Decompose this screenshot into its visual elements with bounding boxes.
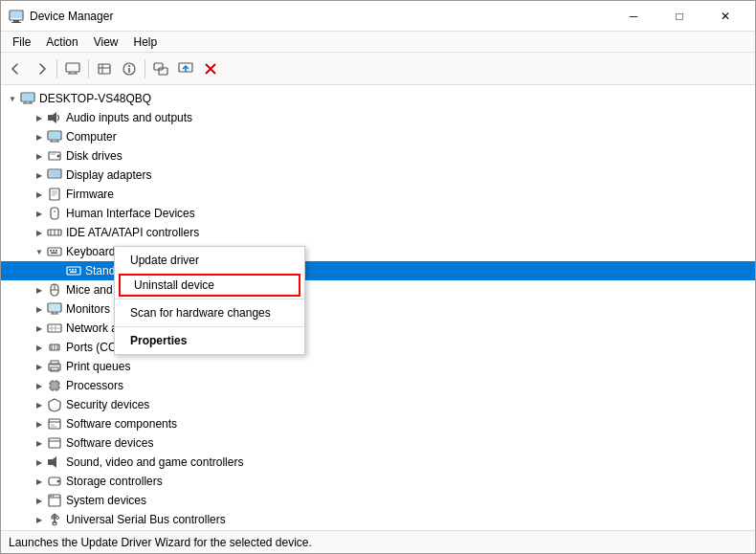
properties-button[interactable] xyxy=(118,57,141,80)
ctx-uninstall-device[interactable]: Uninstall device xyxy=(119,274,300,297)
monitors-expander[interactable]: ▶ xyxy=(32,301,47,317)
svg-rect-55 xyxy=(67,267,80,275)
svg-rect-3 xyxy=(11,11,22,18)
tree-item-security[interactable]: ▶ Security devices xyxy=(1,395,755,414)
menu-file[interactable]: File xyxy=(5,33,38,51)
svg-rect-80 xyxy=(52,383,57,388)
status-text: Launches the Update Driver Wizard for th… xyxy=(9,536,312,549)
ide-label: IDE ATA/ATAPI controllers xyxy=(66,226,199,239)
scan-button[interactable] xyxy=(149,57,172,80)
ide-expander[interactable]: ▶ xyxy=(32,225,47,240)
root-label: DESKTOP-VS48QBQ xyxy=(39,92,151,105)
svg-rect-64 xyxy=(49,304,60,311)
tree-item-print[interactable]: ▶ Print queues xyxy=(1,357,755,376)
svg-rect-57 xyxy=(72,269,74,271)
toolbar xyxy=(1,53,755,85)
tree-item-audio[interactable]: ▶ Audio inputs and outputs xyxy=(1,108,755,127)
computer-expander[interactable]: ▶ xyxy=(32,129,47,144)
svg-rect-8 xyxy=(99,64,110,74)
toolbar-sep-2 xyxy=(88,59,89,78)
content-area: ▼ DESKTOP-VS48QBQ ▶ xyxy=(1,85,755,530)
software-comp-expander[interactable]: ▶ xyxy=(32,416,47,432)
window-title: Device Manager xyxy=(30,10,611,23)
tree-item-disk[interactable]: ▶ Disk drives xyxy=(1,146,755,166)
svg-point-32 xyxy=(57,155,60,158)
tree-item-computer[interactable]: ▶ Computer xyxy=(1,127,755,146)
software-dev-expander[interactable]: ▶ xyxy=(32,435,47,451)
print-expander[interactable]: ▶ xyxy=(32,359,47,374)
system-label: System devices xyxy=(66,494,146,507)
menu-help[interactable]: Help xyxy=(126,33,166,51)
minimize-button[interactable]: ─ xyxy=(611,1,656,32)
main-window: Device Manager ─ □ ✕ File Action View He… xyxy=(0,0,756,554)
svg-point-104 xyxy=(56,517,59,520)
print-label: Print queues xyxy=(66,360,130,373)
ctx-update-driver[interactable]: Update driver xyxy=(115,249,304,272)
ports-expander[interactable]: ▶ xyxy=(32,340,47,355)
security-icon xyxy=(47,397,62,412)
uninstall-button[interactable] xyxy=(199,57,222,80)
tree-item-firmware[interactable]: ▶ Firmware xyxy=(1,185,755,204)
svg-rect-58 xyxy=(75,269,77,271)
tree-root[interactable]: ▼ DESKTOP-VS48QBQ xyxy=(1,89,755,108)
keyboards-icon xyxy=(47,244,62,259)
print-icon xyxy=(47,359,62,374)
storage-label: Storage controllers xyxy=(66,475,163,488)
svg-rect-56 xyxy=(69,269,71,271)
keyboards-expander[interactable]: ▼ xyxy=(32,244,47,259)
tree-item-ide[interactable]: ▶ IDE ATA/ATAPI controllers xyxy=(1,223,755,242)
keyboards-label: Keyboards xyxy=(66,245,121,258)
tree-item-software-comp[interactable]: ▶ Software components xyxy=(1,414,755,433)
menu-action[interactable]: Action xyxy=(38,33,85,51)
update-driver-button[interactable] xyxy=(174,57,197,80)
svg-point-100 xyxy=(50,496,52,498)
disk-expander[interactable]: ▶ xyxy=(32,148,47,164)
back-button[interactable] xyxy=(5,57,28,80)
ps2-icon xyxy=(66,263,81,278)
maximize-button[interactable]: □ xyxy=(657,1,701,32)
status-bar: Launches the Update Driver Wizard for th… xyxy=(1,530,755,553)
processors-expander[interactable]: ▶ xyxy=(32,378,47,393)
computer-view-button[interactable] xyxy=(61,57,84,80)
svg-rect-40 xyxy=(51,208,58,219)
firmware-label: Firmware xyxy=(66,188,114,201)
svg-rect-53 xyxy=(56,250,57,252)
security-expander[interactable]: ▶ xyxy=(32,397,47,412)
menu-view[interactable]: View xyxy=(86,33,126,51)
network-expander[interactable]: ▶ xyxy=(32,321,47,336)
show-hidden-button[interactable] xyxy=(93,57,116,80)
usb-label: Universal Serial Bus controllers xyxy=(66,513,226,526)
tree-item-sound[interactable]: ▶ Sound, video and game controllers xyxy=(1,453,755,472)
tree-item-display[interactable]: ▶ Display adapters xyxy=(1,166,755,185)
usb-expander[interactable]: ▶ xyxy=(32,512,47,527)
mice-expander[interactable]: ▶ xyxy=(32,282,47,298)
system-expander[interactable]: ▶ xyxy=(32,493,47,508)
svg-rect-95 xyxy=(48,459,53,465)
tree-item-hid[interactable]: ▶ Human Interface Devices xyxy=(1,204,755,223)
ctx-scan-hardware[interactable]: Scan for hardware changes xyxy=(115,301,304,324)
monitors-icon xyxy=(47,301,62,317)
close-button[interactable]: ✕ xyxy=(703,1,747,32)
ctx-properties[interactable]: Properties xyxy=(115,329,304,352)
software-comp-icon xyxy=(47,416,62,432)
ctx-separator xyxy=(115,299,304,299)
tree-item-software-dev[interactable]: ▶ Software devices xyxy=(1,433,755,453)
forward-button[interactable] xyxy=(30,57,53,80)
app-icon xyxy=(9,9,24,24)
context-menu: Update driver Uninstall device Scan for … xyxy=(114,246,305,355)
svg-point-101 xyxy=(53,496,55,498)
display-expander[interactable]: ▶ xyxy=(32,167,47,183)
tree-item-usb[interactable]: ▶ Universal Serial Bus controllers xyxy=(1,510,755,529)
sound-expander[interactable]: ▶ xyxy=(32,454,47,470)
hid-expander[interactable]: ▶ xyxy=(32,206,47,221)
firmware-expander[interactable]: ▶ xyxy=(32,187,47,202)
disk-icon xyxy=(47,148,62,164)
root-expander[interactable]: ▼ xyxy=(5,91,20,106)
svg-rect-36 xyxy=(50,188,59,200)
storage-expander[interactable]: ▶ xyxy=(32,474,47,489)
tree-item-system[interactable]: ▶ System devices xyxy=(1,491,755,510)
tree-item-storage[interactable]: ▶ Storage controllers xyxy=(1,472,755,491)
tree-item-processors[interactable]: ▶ Processors xyxy=(1,376,755,395)
audio-expander[interactable]: ▶ xyxy=(32,110,47,125)
processors-label: Processors xyxy=(66,379,123,392)
